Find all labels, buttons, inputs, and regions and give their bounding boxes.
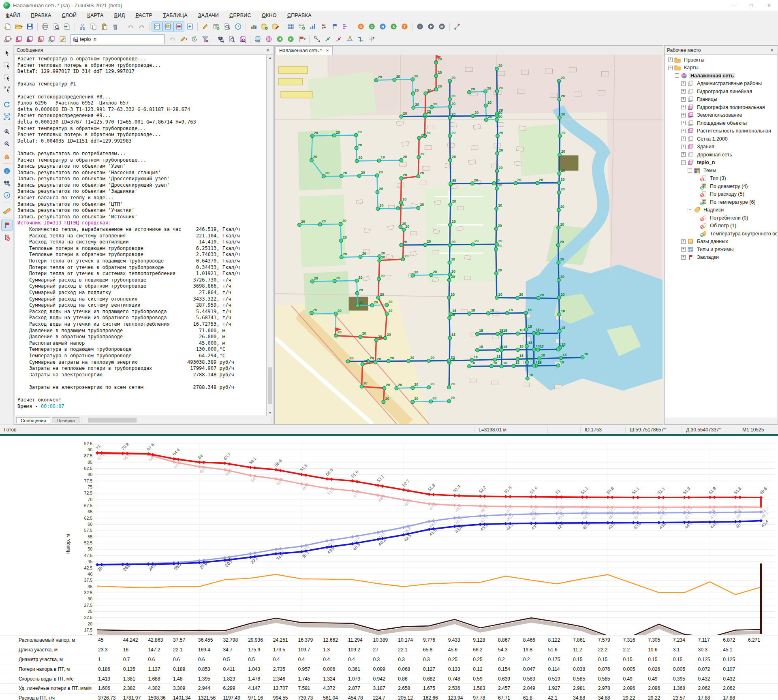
icon-select-node[interactable] xyxy=(2,84,12,95)
icon-refresh[interactable] xyxy=(2,99,12,110)
tree-item-темы[interactable]: −Темы xyxy=(666,166,777,175)
scrollbar-thumb[interactable] xyxy=(88,418,137,423)
icon-find-page[interactable] xyxy=(216,34,226,44)
tree-expand-toggle[interactable]: + xyxy=(681,81,686,86)
maximize-button[interactable]: □ xyxy=(742,0,760,11)
tree-expand-toggle[interactable]: + xyxy=(681,247,686,252)
tab-map-nalazhennaya-set[interactable]: Налаженная сеть * × xyxy=(276,46,333,55)
icon-sort-bars[interactable] xyxy=(308,21,318,32)
tree-item-карты[interactable]: −Карты xyxy=(666,64,777,72)
tree-item-надписи[interactable]: −Надписи xyxy=(666,206,777,214)
icon-sql[interactable]: SQL xyxy=(253,34,263,44)
tree-item-типы-и-режимы[interactable]: +Типы и режимы xyxy=(666,245,777,254)
tree-item-по-диаметру-4-[interactable]: По диаметру (4) xyxy=(666,182,777,190)
icon-rotate[interactable] xyxy=(189,34,199,44)
icon-zoom-out[interactable] xyxy=(2,139,12,149)
map-canvas[interactable]: 2020202020192020202020202020202020202020… xyxy=(275,55,663,424)
icon-layer-remove[interactable] xyxy=(14,34,24,44)
tree-item-по-температуре-6-[interactable]: По температуре (6) xyxy=(666,198,777,206)
tab-poverka[interactable]: Поверка xyxy=(52,417,79,423)
icon-edit-pencil[interactable] xyxy=(200,21,210,32)
icon-flag-red[interactable] xyxy=(2,220,12,230)
minimize-button[interactable]: — xyxy=(725,0,742,11)
menu-задачи[interactable]: ЗАДАЧИ xyxy=(198,13,219,18)
icon-panel-extra[interactable] xyxy=(185,21,195,32)
tree-expand-toggle[interactable]: − xyxy=(688,168,692,173)
scroll-up-icon[interactable]: ▲ xyxy=(267,55,273,61)
icon-panel-log[interactable] xyxy=(174,21,184,32)
icon-snap-plus[interactable] xyxy=(452,21,462,32)
layer-combo-input[interactable]: teplo_n xyxy=(71,34,165,44)
icon-delete[interactable] xyxy=(110,21,120,32)
icon-redo[interactable] xyxy=(137,21,147,32)
menu-карта[interactable]: КАРТА xyxy=(87,13,103,18)
tree-expand-toggle[interactable]: − xyxy=(681,160,686,165)
workspace-horizontal-scrollbar[interactable] xyxy=(665,418,777,424)
icon-hand[interactable] xyxy=(2,151,12,161)
tree-expand-toggle[interactable]: + xyxy=(668,58,673,62)
icon-ltr-D[interactable]: D xyxy=(356,21,366,32)
close-button[interactable]: × xyxy=(760,0,778,11)
tree-expand-toggle[interactable]: + xyxy=(681,97,686,102)
icon-nav-fwd[interactable] xyxy=(286,34,296,44)
icon-cross-plus[interactable] xyxy=(367,34,377,44)
icon-select[interactable] xyxy=(2,48,12,58)
icon-ltr-H[interactable]: H xyxy=(378,21,388,32)
tree-item-границы[interactable]: +Границы xyxy=(666,96,777,104)
tree-expand-toggle[interactable]: − xyxy=(688,208,692,212)
icon-nav-back[interactable] xyxy=(275,34,285,44)
icon-db-edit[interactable] xyxy=(270,21,280,32)
icon-flag-off[interactable] xyxy=(2,232,12,243)
icon-info[interactable]: i xyxy=(2,166,12,176)
icon-new[interactable] xyxy=(3,21,13,32)
icon-globe[interactable] xyxy=(264,34,274,44)
icon-flag-blue[interactable] xyxy=(329,21,340,32)
tree-item-проекты[interactable]: +Проекты xyxy=(666,56,777,64)
tree-expand-toggle[interactable]: + xyxy=(681,152,686,157)
tab-messages[interactable]: Сообщения xyxy=(16,417,50,423)
icon-find-info[interactable]: i xyxy=(2,178,12,188)
tree-expand-toggle[interactable]: + xyxy=(681,145,686,149)
workspace-close-icon[interactable]: × xyxy=(769,47,775,53)
icon-grid-plus[interactable] xyxy=(297,21,307,32)
scrollbar-thumb[interactable] xyxy=(268,367,272,404)
tree-item-температура-внутреннего-возд[interactable]: Температура внутреннего возд xyxy=(666,230,777,238)
messages-horizontal-scr ollbar[interactable] xyxy=(81,417,271,423)
tree-item-здания[interactable]: +Здания xyxy=(666,143,777,151)
messages-close-icon[interactable]: × xyxy=(265,47,271,53)
icon-table-new[interactable] xyxy=(211,21,221,32)
icon-panel-tasks[interactable] xyxy=(152,21,162,32)
icon-cut[interactable] xyxy=(77,21,88,32)
icon-bookmark[interactable]: ▾ xyxy=(297,34,307,44)
map-tab-close-icon[interactable]: × xyxy=(326,48,329,53)
menu-окно[interactable]: ОКНО xyxy=(262,13,277,18)
messages-vertical-scrollbar[interactable]: ▲ ▼ xyxy=(267,55,273,416)
tree-expand-toggle[interactable]: + xyxy=(681,105,686,109)
icon-open[interactable]: ▾ xyxy=(14,21,24,32)
icon-navigate[interactable] xyxy=(2,190,12,201)
icon-help[interactable]: ? xyxy=(233,21,243,32)
tree-expand-toggle[interactable]: + xyxy=(681,89,686,94)
menu-вид[interactable]: ВИД xyxy=(114,13,125,18)
icon-sort-az[interactable]: AZ xyxy=(318,21,329,32)
tree-expand-toggle[interactable]: + xyxy=(681,255,686,260)
icon-ltr-M[interactable]: M xyxy=(437,21,447,32)
menu-таблица[interactable]: ТАБЛИЦА xyxy=(163,13,188,18)
icon-ltr-T[interactable]: T xyxy=(400,21,410,32)
tree-item-налаженная-сеть[interactable]: −Налаженная сеть xyxy=(666,72,777,80)
icon-undo[interactable] xyxy=(126,21,136,32)
tree-expand-toggle[interactable]: + xyxy=(681,137,686,141)
icon-grid-blue[interactable] xyxy=(286,21,296,32)
tree-item-дорожная-сеть[interactable]: +Дорожная сеть xyxy=(666,151,777,159)
icon-blocks-chart[interactable] xyxy=(248,21,259,32)
icon-layer-gear[interactable] xyxy=(25,34,35,44)
tree-item-гидрография-полигональная[interactable]: +Гидрография полигональная xyxy=(666,103,777,111)
menu-слой[interactable]: СЛОЙ xyxy=(62,13,77,18)
tree-item-teplo_n[interactable]: −teplo_n xyxy=(666,159,777,167)
menu-файл[interactable]: ФАЙЛ xyxy=(6,13,20,18)
icon-node-del[interactable] xyxy=(334,34,344,44)
tree-expand-toggle[interactable]: + xyxy=(681,129,686,133)
icon-pencil[interactable]: ▾ xyxy=(178,34,188,44)
icon-copy[interactable] xyxy=(88,21,98,32)
icon-layer-edit[interactable] xyxy=(36,34,46,44)
